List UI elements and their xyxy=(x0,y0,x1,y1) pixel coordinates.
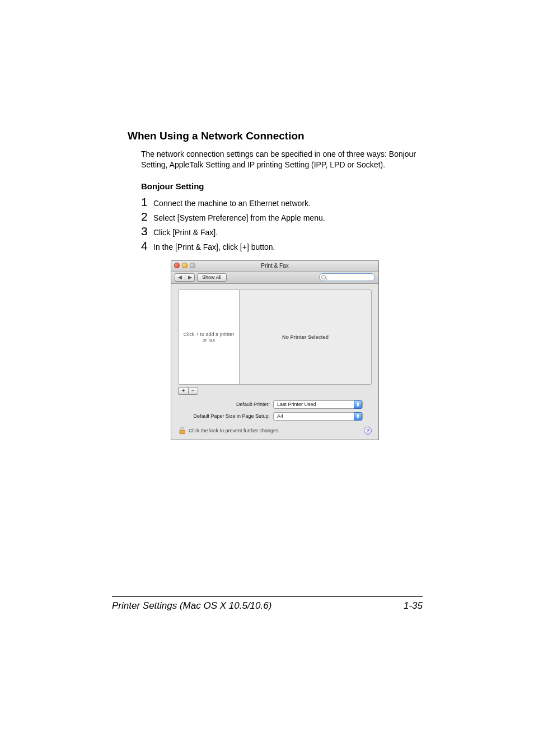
footer-divider xyxy=(112,596,423,597)
print-fax-window: Print & Fax ◀ ▶ Show All Click + to add … xyxy=(171,260,379,440)
chevron-updown-icon: ▲▼ xyxy=(354,400,362,409)
step-number: 4 xyxy=(141,239,153,253)
step-number: 3 xyxy=(141,225,153,238)
printer-detail-well: No Printer Selected xyxy=(240,290,372,385)
add-printer-button[interactable]: + xyxy=(178,387,188,395)
window-titlebar: Print & Fax xyxy=(171,261,378,272)
search-icon xyxy=(321,275,326,279)
printer-list-well: Click + to add a printer or fax xyxy=(178,290,240,385)
nav-segment: ◀ ▶ xyxy=(175,273,195,282)
svg-rect-0 xyxy=(180,430,185,434)
footer-page-number: 1-35 xyxy=(404,600,423,612)
intro-paragraph: The network connection settings can be s… xyxy=(141,149,422,170)
default-printer-value: Last Printer Used xyxy=(277,402,316,407)
step-text: Connect the machine to an Ethernet netwo… xyxy=(153,199,311,208)
lock-text: Click the lock to prevent further change… xyxy=(189,428,280,433)
step-list: 1 Connect the machine to an Ethernet net… xyxy=(141,195,422,253)
help-button[interactable]: ? xyxy=(364,427,372,435)
step-text: In the [Print & Fax], click [+] button. xyxy=(153,242,275,251)
close-icon[interactable] xyxy=(174,263,180,268)
step-number: 2 xyxy=(141,210,153,223)
heading-bonjour: Bonjour Setting xyxy=(141,181,422,191)
window-title: Print & Fax xyxy=(261,263,288,269)
default-printer-select[interactable]: Last Printer Used ▲▼ xyxy=(273,400,363,409)
heading-network-connection: When Using a Network Connection xyxy=(128,130,422,142)
step-item: 1 Connect the machine to an Ethernet net… xyxy=(141,195,422,209)
footer-section-title: Printer Settings (Mac OS X 10.5/10.6) xyxy=(112,600,271,612)
step-item: 4 In the [Print & Fax], click [+] button… xyxy=(141,239,422,253)
add-remove-segment: + − xyxy=(178,387,372,395)
forward-button[interactable]: ▶ xyxy=(185,273,195,282)
step-text: Click [Print & Fax]. xyxy=(153,228,218,237)
remove-printer-button[interactable]: − xyxy=(188,387,198,395)
step-text: Select [System Preference] from the Appl… xyxy=(153,213,325,222)
minimize-icon[interactable] xyxy=(182,263,188,268)
paper-size-value: A4 xyxy=(277,413,283,419)
zoom-icon[interactable] xyxy=(190,263,195,268)
paper-size-label: Default Paper Size in Page Setup: xyxy=(178,413,273,419)
printer-list-hint: Click + to add a printer or fax xyxy=(182,332,236,343)
back-button[interactable]: ◀ xyxy=(175,273,185,282)
traffic-lights xyxy=(174,263,195,268)
step-item: 3 Click [Print & Fax]. xyxy=(141,225,422,238)
window-toolbar: ◀ ▶ Show All xyxy=(171,272,378,284)
step-number: 1 xyxy=(141,195,153,209)
show-all-button[interactable]: Show All xyxy=(197,273,227,282)
step-item: 2 Select [System Preference] from the Ap… xyxy=(141,210,422,223)
paper-size-select[interactable]: A4 ▲▼ xyxy=(273,412,363,421)
page-footer: Printer Settings (Mac OS X 10.5/10.6) 1-… xyxy=(112,596,423,612)
default-printer-label: Default Printer: xyxy=(178,402,273,407)
chevron-updown-icon: ▲▼ xyxy=(354,412,362,421)
search-input[interactable] xyxy=(319,273,375,281)
lock-icon[interactable] xyxy=(178,426,186,435)
no-printer-message: No Printer Selected xyxy=(282,334,329,340)
